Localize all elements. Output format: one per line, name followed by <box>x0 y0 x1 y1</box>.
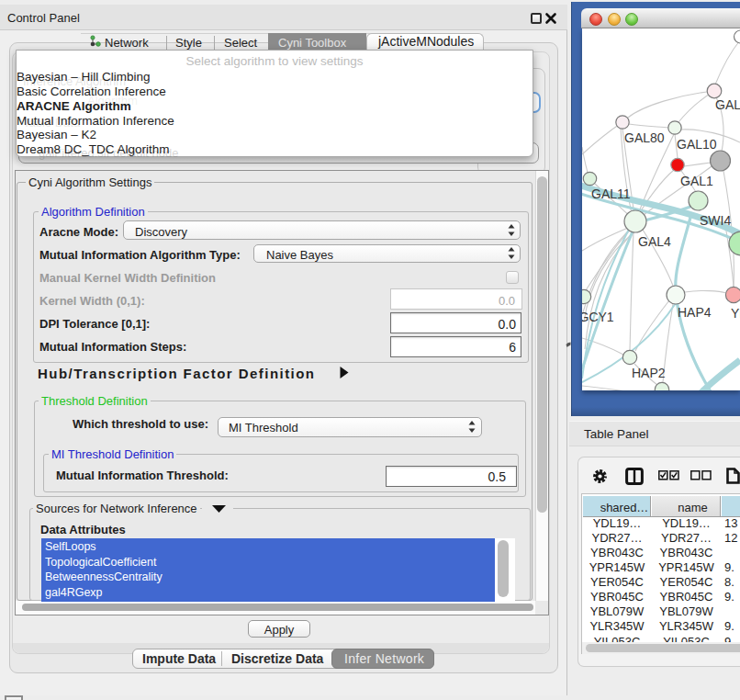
svg-text:YM: YM <box>731 306 740 321</box>
svg-text:HAP2: HAP2 <box>632 366 666 380</box>
svg-text:GAL10: GAL10 <box>677 137 717 152</box>
svg-text:GAL80: GAL80 <box>624 130 665 145</box>
svg-text:GAL4: GAL4 <box>638 234 671 249</box>
svg-text:GCY1: GCY1 <box>582 310 614 324</box>
svg-text:GAL1: GAL1 <box>680 174 713 188</box>
svg-text:GAL11: GAL11 <box>591 186 631 201</box>
svg-text:GAL7: GAL7 <box>715 97 740 112</box>
svg-text:SWI4: SWI4 <box>700 213 731 228</box>
svg-text:HAP4: HAP4 <box>678 305 712 320</box>
